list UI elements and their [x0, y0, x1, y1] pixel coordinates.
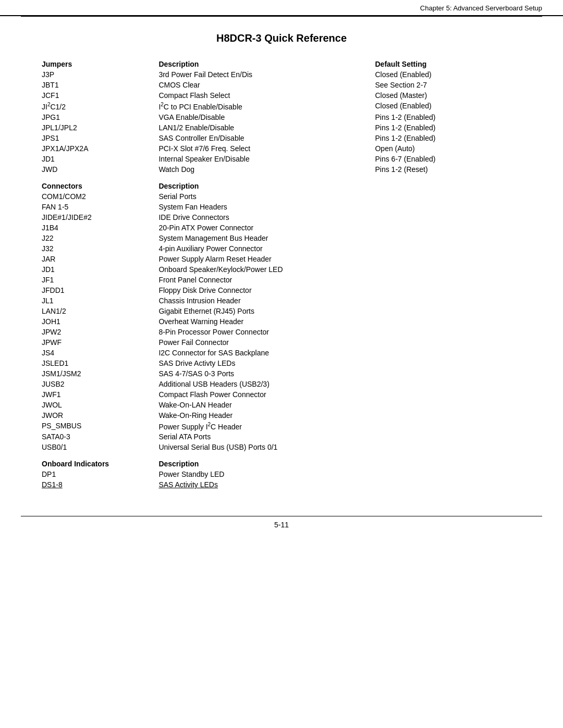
- section-spacer: [42, 175, 521, 181]
- table-row: LAN1/2 Gigabit Ethernet (RJ45) Ports: [42, 306, 521, 316]
- chapter-header: Chapter 5: Advanced Serverboard Setup: [0, 0, 563, 16]
- table-row: DS1-8 SAS Activity LEDs: [42, 479, 521, 490]
- table-row: JPX1A/JPX2A PCI-X Slot #7/6 Freq. Select…: [42, 143, 521, 154]
- table-row: JWF1 Compact Flash Power Connector: [42, 389, 521, 400]
- table-row: JFDD1 Floppy Disk Drive Connector: [42, 285, 521, 295]
- table-row: JBT1 CMOS Clear See Section 2-7: [42, 80, 521, 90]
- section-spacer: [42, 452, 521, 459]
- table-row: JCF1 Compact Flash Select Closed (Master…: [42, 90, 521, 101]
- table-row: JPWF Power Fail Connector: [42, 337, 521, 348]
- connectors-col-header: Connectors: [42, 181, 158, 191]
- table-row: J3P 3rd Power Fail Detect En/Dis Closed …: [42, 69, 521, 80]
- jumpers-default-header: Default Setting: [375, 59, 521, 69]
- indicators-desc-header: Description: [158, 459, 375, 469]
- reference-table: Jumpers Description Default Setting J3P …: [42, 59, 521, 490]
- jumpers-col-header: Jumpers: [42, 59, 158, 69]
- table-row: FAN 1-5 System Fan Headers: [42, 202, 521, 212]
- indicators-col-header: Onboard Indicators: [42, 459, 158, 469]
- table-row: USB0/1 Universal Serial Bus (USB) Ports …: [42, 442, 521, 452]
- table-row: JPG1 VGA Enable/Disable Pins 1-2 (Enable…: [42, 112, 521, 122]
- indicators-header-row: Onboard Indicators Description: [42, 459, 521, 469]
- connectors-header-row: Connectors Description: [42, 181, 521, 191]
- table-row: JF1 Front Panel Connector: [42, 275, 521, 285]
- table-row: JPS1 SAS Controller En/Disable Pins 1-2 …: [42, 133, 521, 143]
- page-title: H8DCR-3 Quick Reference: [42, 32, 521, 44]
- table-row: JWOL Wake-On-LAN Header: [42, 400, 521, 410]
- table-row: J22 System Management Bus Header: [42, 233, 521, 243]
- table-row: JD1 Internal Speaker En/Disable Pins 6-7…: [42, 154, 521, 164]
- table-row: JPW2 8-Pin Processor Power Connector: [42, 327, 521, 337]
- table-row: JWOR Wake-On-Ring Header: [42, 410, 521, 421]
- table-row: J32 4-pin Auxiliary Power Connector: [42, 243, 521, 254]
- chapter-title: Chapter 5: Advanced Serverboard Setup: [420, 4, 542, 12]
- table-row: JPL1/JPL2 LAN1/2 Enable/Disable Pins 1-2…: [42, 122, 521, 133]
- table-row: JL1 Chassis Intrusion Header: [42, 295, 521, 306]
- table-row: JS4 I2C Connector for SAS Backplane: [42, 348, 521, 358]
- jumpers-header-row: Jumpers Description Default Setting: [42, 59, 521, 69]
- table-row: JI2C1/2 I2C to PCI Enable/Disable Closed…: [42, 101, 521, 112]
- page-number: 5-11: [0, 521, 563, 529]
- table-row: JOH1 Overheat Warning Header: [42, 316, 521, 327]
- table-row: JD1 Onboard Speaker/Keylock/Power LED: [42, 264, 521, 275]
- table-row: COM1/COM2 Serial Ports: [42, 191, 521, 202]
- connectors-desc-header: Description: [158, 181, 375, 191]
- table-row: PS_SMBUS Power Supply I2C Header: [42, 421, 521, 432]
- table-row: JAR Power Supply Alarm Reset Header: [42, 254, 521, 264]
- table-row: JUSB2 Additional USB Headers (USB2/3): [42, 379, 521, 389]
- table-row: J1B4 20-Pin ATX Power Connector: [42, 223, 521, 233]
- table-row: JSM1/JSM2 SAS 4-7/SAS 0-3 Ports: [42, 368, 521, 379]
- footer-divider: [21, 516, 542, 516]
- table-row: JIDE#1/JIDE#2 IDE Drive Connectors: [42, 212, 521, 223]
- jumpers-desc-header: Description: [158, 59, 375, 69]
- table-row: JWD Watch Dog Pins 1-2 (Reset): [42, 164, 521, 175]
- table-row: JSLED1 SAS Drive Activty LEDs: [42, 358, 521, 368]
- table-row: SATA0-3 Serial ATA Ports: [42, 431, 521, 442]
- table-row: DP1 Power Standby LED: [42, 469, 521, 479]
